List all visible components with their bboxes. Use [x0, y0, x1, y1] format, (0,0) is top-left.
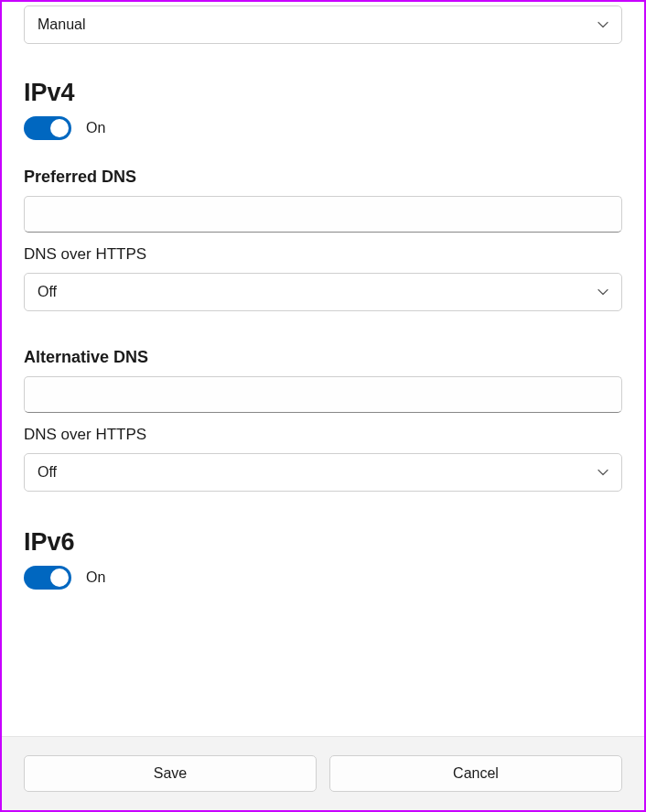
dns-mode-value: Manual — [38, 16, 85, 33]
chevron-down-icon — [598, 19, 608, 30]
toggle-knob — [50, 119, 69, 137]
cancel-button-label: Cancel — [453, 765, 499, 782]
ipv6-heading: IPv6 — [24, 528, 622, 557]
dns-over-https-1-value: Off — [38, 284, 57, 300]
preferred-dns-label: Preferred DNS — [24, 168, 622, 187]
ipv4-heading: IPv4 — [24, 79, 622, 107]
ipv4-toggle[interactable] — [24, 116, 71, 140]
chevron-down-icon — [598, 287, 608, 298]
dialog-footer: Save Cancel — [2, 736, 644, 810]
toggle-knob — [50, 568, 69, 587]
ipv6-toggle[interactable] — [24, 566, 71, 590]
dns-over-https-2-value: Off — [38, 464, 57, 481]
chevron-down-icon — [598, 467, 608, 478]
preferred-dns-input[interactable] — [24, 196, 622, 233]
dns-over-https-2-dropdown[interactable]: Off — [24, 453, 622, 492]
ipv4-toggle-label: On — [86, 120, 105, 136]
save-button-label: Save — [154, 765, 187, 782]
dns-over-https-2-label: DNS over HTTPS — [24, 426, 622, 444]
ipv6-toggle-label: On — [86, 569, 105, 586]
cancel-button[interactable]: Cancel — [329, 755, 622, 792]
save-button[interactable]: Save — [24, 755, 317, 792]
dns-mode-dropdown[interactable]: Manual — [24, 5, 622, 44]
dns-over-https-1-dropdown[interactable]: Off — [24, 273, 622, 311]
alternative-dns-label: Alternative DNS — [24, 348, 622, 367]
alternative-dns-input[interactable] — [24, 376, 622, 413]
dns-over-https-1-label: DNS over HTTPS — [24, 245, 622, 264]
